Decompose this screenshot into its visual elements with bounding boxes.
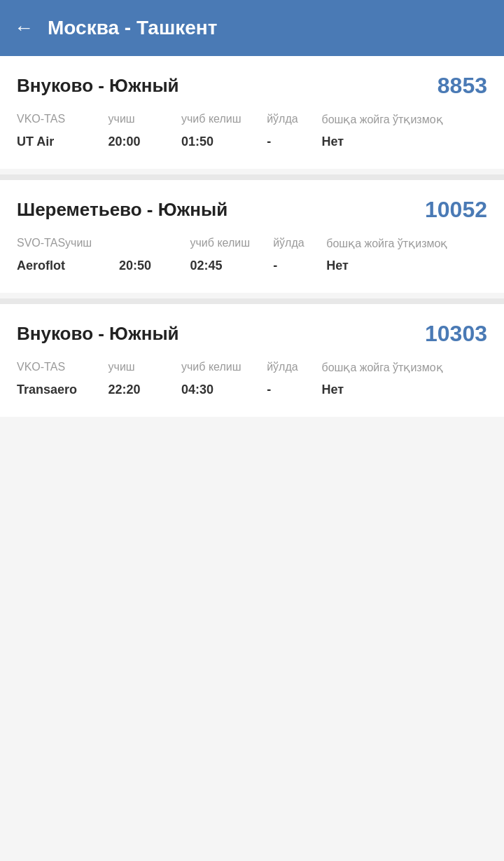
flights-list: Внуково - Южный 8853 VKO-TAS учиш учиб к… [0,56,504,417]
airline-name: Aeroflot [17,256,119,273]
depart-time: 20:50 [119,256,190,273]
col-depart-header [119,237,190,256]
flight-card[interactable]: Внуково - Южный 8853 VKO-TAS учиш учиб к… [0,56,504,169]
col-code-header: VKO-TAS [17,361,108,380]
back-button[interactable]: ← [14,17,34,39]
col-duration-header: йўлда [273,237,326,256]
flight-details-table: VKO-TAS учиш учиб келиш йўлда бошқа жойг… [17,361,487,397]
section-divider [0,174,504,180]
flight-details-table: SVO-TASучиш учиб келиш йўлда бошқа жойга… [17,237,487,273]
header: ← Москва - Ташкент [0,0,504,56]
depart-time: 22:20 [108,380,181,397]
arrive-time: 04:30 [181,380,267,397]
card-header: Шереметьево - Южный 10052 [17,197,487,223]
section-divider [0,298,504,304]
airline-name: Transaero [17,380,108,397]
airline-name: UT Air [17,132,108,149]
col-transfer-header: бошқа жойга ўтқизмоқ [321,113,487,132]
route-title: Внуково - Южный [17,323,179,345]
transfer-info: Нет [321,380,487,397]
col-transfer-header: бошқа жойга ўтқизмоқ [326,237,487,256]
col-duration-header: йўлда [267,361,321,380]
col-code-header: VKO-TAS [17,113,108,132]
price: 10052 [425,197,487,223]
col-duration-header: йўлда [267,113,321,132]
flight-details-table: VKO-TAS учиш учиб келиш йўлда бошқа жойг… [17,113,487,149]
route-title: Внуково - Южный [17,75,179,97]
price: 8853 [438,73,487,99]
transfer-info: Нет [326,256,487,273]
card-header: Внуково - Южный 10303 [17,321,487,347]
duration: - [273,256,326,273]
card-header: Внуково - Южный 8853 [17,73,487,99]
arrive-time: 01:50 [181,132,267,149]
page-title: Москва - Ташкент [48,17,217,39]
col-depart-header: учиш [108,113,181,132]
depart-time: 20:00 [108,132,181,149]
col-transfer-header: бошқа жойга ўтқизмоқ [321,361,487,380]
route-title: Шереметьево - Южный [17,199,227,221]
flight-card[interactable]: Шереметьево - Южный 10052 SVO-TASучиш уч… [0,180,504,293]
col-code-header: SVO-TASучиш [17,237,119,256]
duration: - [267,380,321,397]
col-arrive-header: учиб келиш [181,113,267,132]
transfer-info: Нет [321,132,487,149]
duration: - [267,132,321,149]
price: 10303 [425,321,487,347]
flight-card[interactable]: Внуково - Южный 10303 VKO-TAS учиш учиб … [0,304,504,417]
col-arrive-header: учиб келиш [190,237,274,256]
arrive-time: 02:45 [190,256,274,273]
col-arrive-header: учиб келиш [181,361,267,380]
col-depart-header: учиш [108,361,181,380]
